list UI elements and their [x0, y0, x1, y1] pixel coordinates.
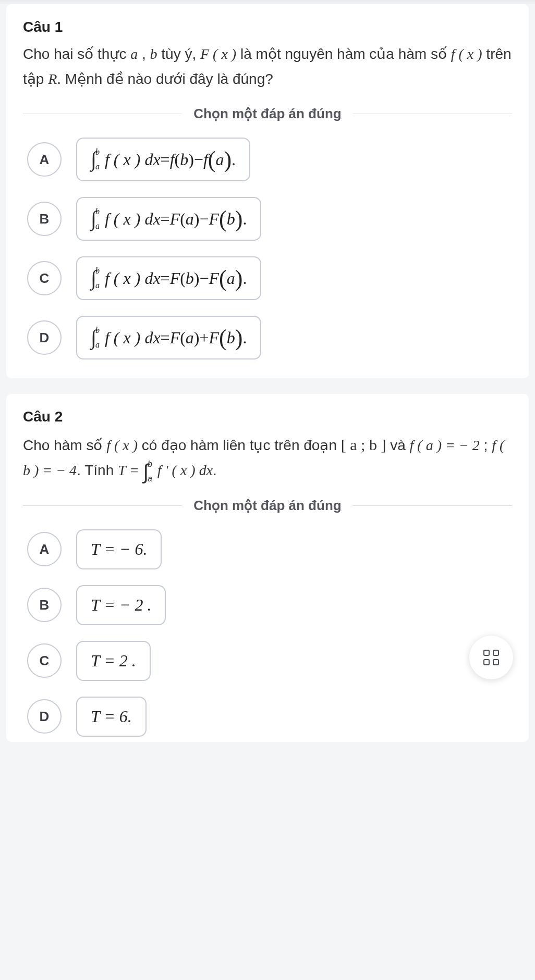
- prompt-divider: Chọn một đáp án đúng: [23, 106, 512, 122]
- math-R: R: [48, 71, 57, 87]
- option-b[interactable]: B T = − 2 .: [27, 585, 512, 625]
- grid-icon: [483, 650, 499, 665]
- integral-icon: ∫ ba: [91, 207, 102, 230]
- option-a[interactable]: A ∫ ba f ( x ) dx = f ( b ) − f ( a ) .: [27, 138, 512, 181]
- option-content: ∫ ba f ( x ) dx = F ( a ) − F ( b ) .: [76, 197, 261, 241]
- text-fragment: . Tính: [77, 462, 118, 478]
- integrand: f ( x ) dx: [105, 328, 161, 348]
- question-title: Câu 1: [23, 19, 512, 35]
- option-letter: C: [27, 261, 62, 295]
- grid-menu-button[interactable]: [469, 636, 513, 679]
- math-arg: a: [227, 269, 235, 288]
- text-fragment: ,: [138, 46, 150, 62]
- period: .: [242, 328, 247, 348]
- math-fx: f ( x ): [451, 46, 482, 62]
- math-fx: f ( x ): [106, 437, 138, 453]
- math-arg: b: [180, 150, 188, 169]
- math-func: f: [203, 150, 208, 169]
- text-fragment: và: [386, 437, 409, 453]
- math-arg: b: [227, 209, 235, 229]
- option-b[interactable]: B ∫ ba f ( x ) dx = F ( a ) − F ( b ) .: [27, 197, 512, 241]
- option-content: T = − 2 .: [76, 585, 166, 625]
- integrand: f ( x ) dx: [105, 209, 161, 229]
- integrand: f ( x ) dx: [105, 269, 161, 288]
- option-content: ∫ ba f ( x ) dx = F ( b ) − F ( a ) .: [76, 256, 261, 300]
- option-content: T = 2 .: [76, 641, 151, 681]
- tab-stub: [0, 0, 535, 4]
- math-interval: [ a ; b ]: [341, 436, 386, 453]
- text-fragment: là một nguyên hàm của hàm số: [236, 46, 451, 62]
- equals: =: [161, 150, 170, 169]
- question-text: Cho hàm số f ( x ) có đạo hàm liên tục t…: [23, 431, 512, 483]
- period: .: [242, 269, 247, 288]
- option-a[interactable]: A T = − 6.: [27, 529, 512, 569]
- options-list: A ∫ ba f ( x ) dx = f ( b ) − f ( a ) . …: [23, 138, 512, 359]
- integral-icon: ∫ ba: [91, 148, 102, 171]
- math-arg: a: [186, 328, 194, 348]
- math-func: F: [209, 269, 220, 288]
- text-fragment: tùy ý,: [157, 46, 200, 62]
- question-text: Cho hai số thực a , b tùy ý, F ( x ) là …: [23, 42, 512, 91]
- option-d[interactable]: D ∫ ba f ( x ) dx = F ( a ) + F ( b ) .: [27, 316, 512, 359]
- prompt-divider: Chọn một đáp án đúng: [23, 498, 512, 514]
- math-arg: a: [215, 150, 224, 169]
- math-arg: b: [186, 269, 194, 288]
- text-fragment: ;: [480, 437, 492, 453]
- operator: +: [199, 328, 209, 348]
- equals: =: [161, 269, 170, 288]
- math-func: F: [209, 209, 220, 229]
- integrand: f ' ( x ) dx: [157, 462, 213, 478]
- math-fa: f ( a ) = − 2: [410, 437, 480, 453]
- math-T: T =: [118, 462, 143, 478]
- period: .: [242, 209, 247, 229]
- option-letter: A: [27, 142, 62, 177]
- prompt-text: Chọn một đáp án đúng: [182, 106, 352, 122]
- period: .: [232, 150, 236, 169]
- operator: −: [199, 209, 209, 229]
- question-card-1: Câu 1 Cho hai số thực a , b tùy ý, F ( x…: [6, 4, 529, 378]
- option-c[interactable]: C T = 2 .: [27, 641, 512, 681]
- option-d[interactable]: D T = 6.: [27, 697, 512, 737]
- option-letter: D: [27, 699, 62, 734]
- math-var-b: b: [150, 46, 157, 62]
- option-c[interactable]: C ∫ ba f ( x ) dx = F ( b ) − F ( a ) .: [27, 256, 512, 300]
- integral-icon: ∫ ba: [91, 326, 102, 349]
- integral-icon: ∫ba: [143, 460, 154, 483]
- option-letter: D: [27, 320, 62, 355]
- divider-line: [353, 505, 512, 506]
- option-letter: C: [27, 643, 62, 678]
- equals: =: [161, 328, 170, 348]
- math-func: F: [170, 209, 180, 229]
- math-Fx: F ( x ): [200, 46, 236, 62]
- equals: =: [161, 209, 170, 229]
- divider-line: [23, 505, 182, 506]
- option-letter: B: [27, 202, 62, 236]
- option-content: ∫ ba f ( x ) dx = f ( b ) − f ( a ) .: [76, 138, 250, 181]
- text-fragment: có đạo hàm liên tục trên đoạn: [138, 437, 341, 453]
- period: .: [213, 462, 217, 478]
- options-list: A T = − 6. B T = − 2 . C T = 2 . D T = 6…: [23, 529, 512, 737]
- divider-line: [23, 114, 182, 114]
- option-content: T = − 6.: [76, 529, 162, 569]
- text-fragment: Cho hai số thực: [23, 46, 130, 62]
- math-arg: b: [227, 328, 235, 348]
- math-func: f: [170, 150, 175, 169]
- text-fragment: Cho hàm số: [23, 437, 106, 453]
- option-letter: B: [27, 588, 62, 622]
- option-content: ∫ ba f ( x ) dx = F ( a ) + F ( b ) .: [76, 316, 261, 359]
- math-func: F: [170, 269, 180, 288]
- option-content: T = 6.: [76, 697, 147, 737]
- integral-icon: ∫ ba: [91, 267, 102, 290]
- math-func: F: [209, 328, 220, 348]
- math-func: F: [170, 328, 180, 348]
- operator: −: [199, 269, 209, 288]
- integrand: f ( x ) dx: [105, 150, 161, 169]
- option-letter: A: [27, 532, 62, 566]
- prompt-text: Chọn một đáp án đúng: [182, 498, 352, 514]
- math-arg: a: [186, 209, 194, 229]
- text-fragment: . Mệnh đề nào dưới đây là đúng?: [57, 71, 273, 87]
- question-card-2: Câu 2 Cho hàm số f ( x ) có đạo hàm liên…: [6, 394, 529, 742]
- divider-line: [353, 114, 512, 114]
- operator: −: [194, 150, 203, 169]
- math-var-a: a: [130, 46, 138, 62]
